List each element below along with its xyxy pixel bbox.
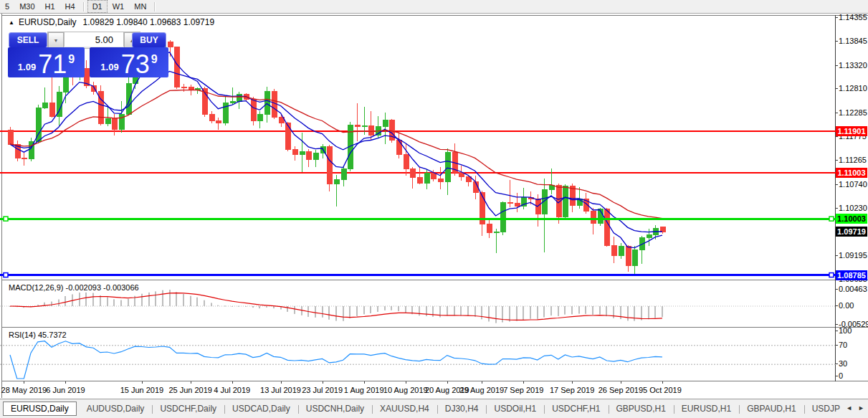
lot-size-input[interactable] bbox=[64, 32, 124, 47]
bid-price-small: 1.09 bbox=[18, 62, 36, 72]
hline-price-label: 1.11901 bbox=[836, 126, 867, 136]
price-tick: 1.12810 bbox=[839, 84, 867, 92]
chart-tab-usdchf-daily[interactable]: USDCHF,Daily bbox=[152, 402, 224, 416]
chart-title: ▲EURUSD,Daily1.09829 1.09840 1.09683 1.0… bbox=[9, 17, 214, 27]
ask-price-box[interactable]: 1.09 73 9 bbox=[90, 47, 168, 77]
date-tick-mark bbox=[447, 381, 448, 384]
chart-tab-audusd-daily[interactable]: AUDUSD,Daily bbox=[79, 402, 153, 416]
ask-price-small: 1.09 bbox=[100, 62, 118, 72]
date-tick-mark bbox=[364, 381, 365, 384]
tick-mark bbox=[835, 17, 838, 18]
buy-button[interactable]: BUY bbox=[132, 32, 166, 48]
period-button-mn[interactable]: MN bbox=[129, 1, 151, 12]
date-label: 17 Sep 2019 bbox=[550, 386, 594, 394]
tick-mark bbox=[835, 41, 838, 42]
tick-mark bbox=[835, 331, 838, 331]
tick-mark bbox=[835, 364, 838, 364]
date-tick-mark bbox=[621, 381, 621, 384]
sell-button[interactable]: SELL bbox=[9, 32, 47, 48]
period-button-m30[interactable]: M30 bbox=[14, 1, 39, 12]
period-button-h4[interactable]: H4 bbox=[60, 1, 80, 12]
chart-tab-usdjp[interactable]: USDJP bbox=[804, 402, 848, 416]
tab-scroll-controls: ◄► bbox=[846, 404, 864, 412]
rsi-pane[interactable] bbox=[0, 328, 836, 380]
period-button-d1[interactable]: D1 bbox=[87, 0, 108, 13]
macd-label: MACD(12,26,9) -0.002093 -0.003066 bbox=[9, 283, 139, 292]
rsi-label: RSI(14) 45.7372 bbox=[9, 331, 67, 339]
date-label: 7 Sep 2019 bbox=[503, 386, 543, 394]
date-tick-mark bbox=[281, 381, 282, 384]
line-selection-marker[interactable] bbox=[4, 273, 8, 277]
date-tick-mark bbox=[523, 381, 524, 384]
rsi-line bbox=[10, 341, 662, 379]
chart-tab-usdcnh-daily[interactable]: USDCNH,Daily bbox=[298, 402, 372, 416]
period-button-w1[interactable]: W1 bbox=[108, 1, 130, 12]
spin-down-icon: ▼ bbox=[54, 38, 59, 43]
date-tick-mark bbox=[191, 381, 191, 384]
chart-tab-eurusd-daily[interactable]: EURUSD,Daily bbox=[3, 402, 77, 416]
price-tick: 1.14355 bbox=[839, 13, 867, 22]
hline-price-label: 1.11003 bbox=[836, 168, 867, 178]
tab-scroll-left-icon[interactable]: ◄ bbox=[846, 404, 852, 412]
date-label: 23 Jul 2019 bbox=[302, 386, 343, 394]
chart-tab-usdoil-h1[interactable]: USDOil,H1 bbox=[486, 402, 544, 416]
date-label: 5 Oct 2019 bbox=[643, 386, 682, 394]
price-tick: 1.12285 bbox=[839, 108, 867, 117]
date-label: 29 Aug 2019 bbox=[459, 386, 504, 394]
chart-tab-bar: EURUSD,DailyAUDUSD,DailyUSDCHF,DailyUSDC… bbox=[0, 399, 868, 418]
chart-tab-gbpaud-h1[interactable]: GBPAUD,H1 bbox=[739, 402, 803, 416]
chart-symbol: EURUSD,Daily bbox=[19, 17, 77, 27]
line-selection-marker[interactable] bbox=[829, 273, 834, 277]
period-button-5[interactable]: 5 bbox=[0, 1, 14, 12]
date-tick-mark bbox=[24, 381, 24, 384]
chart-tab-gbpusd-h1[interactable]: GBPUSD,H1 bbox=[609, 402, 674, 416]
chart-tab-xauusd-h4[interactable]: XAUUSD,H4 bbox=[372, 402, 437, 416]
hline-price-label: 1.08785 bbox=[836, 270, 867, 280]
tick-mark bbox=[835, 376, 838, 376]
hline-price-label: 1.10003 bbox=[836, 214, 867, 224]
bid-price-pip: 9 bbox=[68, 53, 75, 66]
mt4-window: 5M30H1H4D1W1MN ▲EURUSD,Daily1.09829 1.09… bbox=[0, 0, 868, 418]
chart-tab-eurusd-h1[interactable]: EURUSD,H1 bbox=[674, 402, 739, 416]
date-tick-mark bbox=[406, 381, 406, 384]
rsi-value: 45.7372 bbox=[38, 331, 67, 339]
date-axis[interactable]: 28 May 20196 Jun 201915 Jun 201925 Jun 2… bbox=[2, 381, 835, 397]
rsi-tick: 100 bbox=[839, 326, 852, 335]
chart-tab-usdcad-daily[interactable]: USDCAD,Daily bbox=[224, 402, 298, 416]
date-label: 13 Jul 2019 bbox=[260, 386, 301, 394]
toolbar-separator bbox=[154, 2, 156, 11]
price-tick: 1.10740 bbox=[839, 180, 867, 189]
date-label: 15 Jun 2019 bbox=[120, 386, 164, 394]
price-tick: 1.13320 bbox=[839, 61, 867, 70]
collapse-icon[interactable]: ▲ bbox=[9, 19, 14, 26]
chart-tab-usdchf-h1[interactable]: USDCHF,H1 bbox=[544, 402, 608, 416]
date-tick-mark bbox=[662, 381, 663, 384]
macd-tick: 0.00463 bbox=[839, 285, 867, 293]
tick-mark bbox=[835, 324, 838, 325]
tick-mark bbox=[835, 255, 838, 256]
date-tick-mark bbox=[323, 381, 323, 384]
bid-price-box[interactable]: 1.09 71 9 bbox=[8, 47, 85, 77]
line-selection-marker[interactable] bbox=[829, 217, 834, 221]
macd-tick: 0.00 bbox=[839, 301, 854, 310]
lot-size-spinner: ▼ ▲ bbox=[47, 32, 140, 49]
tick-mark bbox=[835, 65, 838, 66]
periods-toolbar: 5M30H1H4D1W1MN bbox=[0, 0, 868, 14]
line-selection-marker[interactable] bbox=[4, 217, 8, 221]
period-button-h1[interactable]: H1 bbox=[40, 1, 60, 12]
macd-histogram bbox=[9, 290, 663, 323]
chart-tab-dj30-h4[interactable]: DJ30,H4 bbox=[437, 402, 487, 416]
date-label: 26 Sep 2019 bbox=[598, 386, 643, 394]
date-label: 10 Aug 2019 bbox=[383, 386, 428, 394]
price-tick: 1.10230 bbox=[839, 204, 867, 212]
date-label: 6 Jun 2019 bbox=[46, 386, 85, 394]
lot-decrease-button[interactable]: ▼ bbox=[48, 32, 64, 48]
macd-values: -0.002093 -0.003066 bbox=[65, 283, 138, 292]
date-tick-mark bbox=[482, 381, 482, 384]
tab-scroll-right-icon[interactable]: ► bbox=[858, 404, 864, 412]
date-label: 4 Jul 2019 bbox=[214, 386, 250, 394]
tick-mark bbox=[835, 345, 838, 346]
toolbar-separator bbox=[83, 2, 85, 11]
date-tick-mark bbox=[572, 381, 573, 384]
date-label: 28 May 2019 bbox=[1, 386, 47, 394]
